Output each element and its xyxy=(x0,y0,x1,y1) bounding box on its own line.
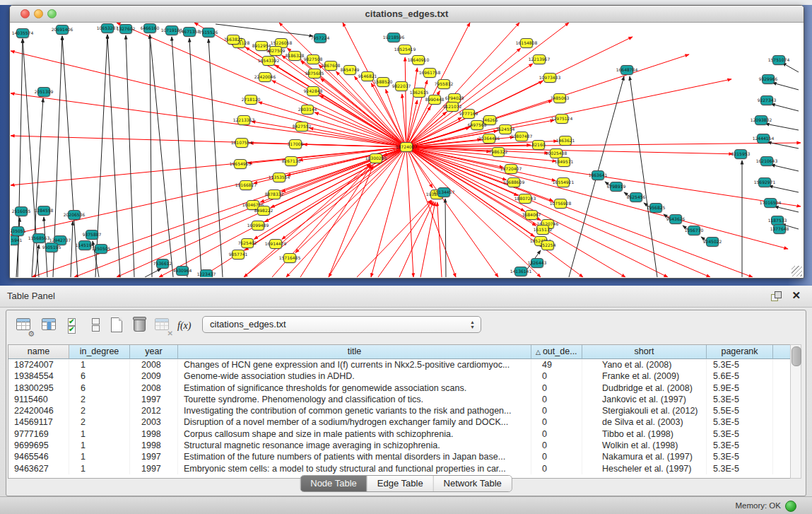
network-node[interactable] xyxy=(773,224,786,234)
network-node[interactable] xyxy=(757,134,770,144)
column-header-year[interactable]: year xyxy=(130,345,178,359)
network-node[interactable] xyxy=(532,140,545,150)
network-node[interactable] xyxy=(295,122,308,132)
network-node[interactable] xyxy=(33,233,45,243)
network-node[interactable] xyxy=(283,253,296,263)
network-node[interactable] xyxy=(78,240,91,250)
network-node[interactable] xyxy=(227,35,240,45)
network-node[interactable] xyxy=(437,187,450,197)
network-node[interactable] xyxy=(245,95,257,105)
network-node[interactable] xyxy=(361,71,374,81)
network-node[interactable] xyxy=(400,142,413,152)
network-node[interactable] xyxy=(758,177,771,187)
network-node[interactable] xyxy=(755,115,767,125)
network-node[interactable] xyxy=(234,159,247,169)
table-selector-dropdown[interactable]: citations_edges.txt ▲▼ xyxy=(202,316,481,333)
network-node[interactable] xyxy=(273,173,286,182)
table-row[interactable]: 1830029562008Estimation of significance … xyxy=(8,382,791,394)
network-node[interactable] xyxy=(483,115,496,125)
network-node[interactable] xyxy=(11,235,19,245)
network-node[interactable] xyxy=(156,259,169,269)
network-node[interactable] xyxy=(387,33,400,42)
network-node[interactable] xyxy=(68,210,81,220)
network-node[interactable] xyxy=(343,65,356,75)
network-node[interactable] xyxy=(471,120,483,130)
column-header-short[interactable]: short xyxy=(582,345,707,359)
network-node[interactable] xyxy=(423,68,436,78)
network-node[interactable] xyxy=(620,65,633,75)
network-node[interactable] xyxy=(307,54,319,64)
network-node[interactable] xyxy=(15,206,28,216)
window-resize-grip[interactable] xyxy=(792,266,802,276)
network-node[interactable] xyxy=(377,77,389,87)
network-node[interactable] xyxy=(301,105,314,115)
network-node[interactable] xyxy=(268,189,281,199)
network-node[interactable] xyxy=(519,194,531,204)
network-node[interactable] xyxy=(760,156,773,166)
table-row[interactable]: 911546021997Tourette syndrome. Phenomeno… xyxy=(8,394,791,405)
column-header-out_de...[interactable]: △out_de... xyxy=(531,345,582,359)
network-node[interactable] xyxy=(649,203,662,213)
network-node[interactable] xyxy=(119,24,132,34)
network-node[interactable] xyxy=(559,136,572,146)
network-node[interactable] xyxy=(252,221,264,230)
network-node[interactable] xyxy=(56,25,69,35)
table-row[interactable]: 977716911998Corpus callosum shape and si… xyxy=(8,428,791,440)
network-node[interactable] xyxy=(11,226,24,236)
vertical-scrollbar[interactable] xyxy=(790,344,801,479)
network-node[interactable] xyxy=(525,210,538,220)
table-row[interactable]: 2242004622012Investigating the contribut… xyxy=(8,405,791,416)
network-node[interactable] xyxy=(45,243,58,252)
network-node[interactable] xyxy=(688,226,700,235)
network-node[interactable] xyxy=(176,266,189,276)
network-node[interactable] xyxy=(706,237,719,247)
network-node[interactable] xyxy=(514,267,527,276)
network-node[interactable] xyxy=(399,45,411,54)
network-node[interactable] xyxy=(734,149,747,159)
table-row[interactable]: 1456911722003Disruption of a novel membe… xyxy=(8,416,791,428)
network-node[interactable] xyxy=(101,23,114,33)
network-node[interactable] xyxy=(428,95,441,105)
network-node[interactable] xyxy=(241,238,254,248)
network-node[interactable] xyxy=(760,95,773,105)
network-node[interactable] xyxy=(462,109,475,119)
network-node[interactable] xyxy=(259,72,271,82)
network-node[interactable] xyxy=(554,199,567,209)
network-node[interactable] xyxy=(533,54,546,64)
network-node[interactable] xyxy=(202,28,215,37)
column-header-filler[interactable] xyxy=(773,345,791,359)
network-node[interactable] xyxy=(772,55,785,65)
network-node[interactable] xyxy=(16,28,29,38)
network-node[interactable] xyxy=(324,61,337,71)
tab-network-table[interactable]: Network Table xyxy=(434,476,512,491)
column-header-in_degree[interactable]: in_degree xyxy=(69,345,130,359)
tab-edge-table[interactable]: Edge Table xyxy=(367,476,434,491)
network-node[interactable] xyxy=(183,27,196,37)
network-node[interactable] xyxy=(762,74,775,84)
window-titlebar[interactable]: citations_edges.txt xyxy=(10,6,804,23)
network-node[interactable] xyxy=(37,87,50,97)
network-node[interactable] xyxy=(499,124,512,134)
network-node[interactable] xyxy=(541,240,554,250)
column-header-title[interactable]: title xyxy=(178,345,531,359)
network-node[interactable] xyxy=(95,244,107,254)
network-node[interactable] xyxy=(536,225,549,235)
table-row[interactable]: 946362711997Embryonic stem cells: a mode… xyxy=(8,463,791,474)
network-node[interactable] xyxy=(507,177,520,187)
float-panel-icon[interactable] xyxy=(771,291,781,300)
network-node[interactable] xyxy=(483,134,495,144)
network-node[interactable] xyxy=(505,164,517,174)
network-node[interactable] xyxy=(240,180,252,190)
table-row[interactable]: 946554611997Estimation of the future num… xyxy=(8,451,791,462)
network-node[interactable] xyxy=(232,250,245,259)
network-node[interactable] xyxy=(269,46,282,56)
network-node[interactable] xyxy=(237,115,250,125)
select-rows-icon[interactable]: ✔ ✔ xyxy=(66,316,84,336)
close-panel-icon[interactable]: ✕ xyxy=(792,289,801,302)
create-column-icon[interactable] xyxy=(108,316,126,336)
network-node[interactable] xyxy=(610,182,623,192)
row-height-icon[interactable] xyxy=(87,316,105,336)
memory-ok-indicator[interactable] xyxy=(785,501,796,512)
function-builder-icon[interactable]: f(x) xyxy=(177,316,196,336)
network-node[interactable] xyxy=(257,206,270,216)
